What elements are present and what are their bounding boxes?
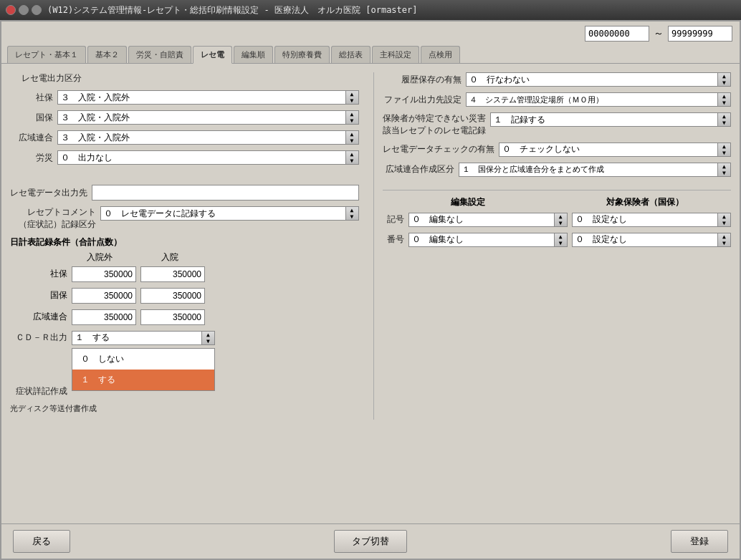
file-output-combo[interactable]: ▲ ▼ — [466, 92, 732, 107]
data-check-input[interactable] — [499, 143, 718, 156]
shaho-input[interactable] — [58, 91, 345, 104]
bango-target-spin-down[interactable]: ▼ — [718, 240, 730, 246]
cdr-spin-down[interactable]: ▼ — [202, 338, 214, 344]
tab-switch-button[interactable]: タブ切替 — [334, 530, 407, 553]
shaho-combo[interactable]: ▲ ▼ — [57, 90, 359, 105]
bango-edit-spinner[interactable]: ▲ ▼ — [554, 233, 567, 246]
tab-tokubetsu[interactable]: 特別療養費 — [274, 46, 330, 63]
register-button[interactable]: 登録 — [671, 530, 728, 553]
kouiki-spin-down[interactable]: ▼ — [346, 137, 358, 144]
bango-target-input[interactable] — [573, 233, 717, 246]
rousai-spinner[interactable]: ▲ ▼ — [345, 151, 358, 164]
bango-edit-spin-down[interactable]: ▼ — [555, 240, 567, 246]
shaho-spinner[interactable]: ▲ ▼ — [345, 91, 358, 104]
rece-comment-input[interactable] — [101, 207, 345, 220]
tab-receden[interactable]: レセ電 — [193, 46, 232, 64]
bango-target-spin-up[interactable]: ▲ — [718, 233, 730, 240]
cdr-output-combo[interactable]: ▲ ▼ — [72, 331, 215, 345]
kigo-target-spinner[interactable]: ▲ ▼ — [717, 213, 730, 226]
tab-kihon2[interactable]: 基本２ — [87, 46, 127, 63]
bango-target-combo[interactable]: ▲ ▼ — [572, 233, 731, 247]
tab-shukasettei[interactable]: 主科設定 — [372, 46, 419, 63]
maximize-button[interactable] — [32, 5, 42, 15]
receden-data-output-input[interactable] — [92, 185, 359, 201]
history-spinner[interactable]: ▲ ▼ — [717, 73, 730, 86]
cdr-dropdown[interactable]: ０ しない １ する — [72, 348, 215, 391]
kouiki-creation-spin-down[interactable]: ▼ — [718, 170, 730, 176]
kouiki-creation-spin-up[interactable]: ▲ — [718, 163, 730, 170]
shaho-spin-down[interactable]: ▼ — [346, 97, 358, 104]
rousai-spin-up[interactable]: ▲ — [346, 151, 358, 158]
kouiki-nyuinso-input[interactable] — [72, 309, 136, 325]
kigo-target-spin-down[interactable]: ▼ — [718, 220, 730, 226]
back-button[interactable]: 戻る — [13, 530, 70, 553]
bango-target-spinner[interactable]: ▲ ▼ — [717, 233, 730, 246]
history-combo[interactable]: ▲ ▼ — [466, 72, 732, 87]
bango-edit-input[interactable] — [409, 233, 554, 246]
window-controls[interactable] — [6, 5, 42, 15]
kigo-target-spin-up[interactable]: ▲ — [718, 213, 730, 220]
bango-edit-spin-up[interactable]: ▲ — [555, 233, 567, 240]
kigo-edit-combo[interactable]: ▲ ▼ — [408, 213, 568, 227]
cdr-spin-up[interactable]: ▲ — [202, 332, 214, 338]
tab-sougohyo[interactable]: 総括表 — [331, 46, 370, 63]
data-check-spinner[interactable]: ▲ ▼ — [717, 143, 730, 156]
file-output-spin-up[interactable]: ▲ — [718, 93, 730, 100]
rece-comment-combo[interactable]: ▲ ▼ — [100, 206, 359, 221]
tab-henshugun[interactable]: 編集順 — [234, 46, 273, 63]
kouiki-input[interactable] — [58, 131, 345, 144]
range-end-input[interactable] — [668, 26, 732, 42]
kouiki-creation-spinner[interactable]: ▲ ▼ — [717, 163, 730, 176]
insurance-disaster-spin-down[interactable]: ▼ — [718, 120, 730, 126]
kigo-edit-spin-up[interactable]: ▲ — [555, 213, 567, 220]
insurance-disaster-spin-up[interactable]: ▲ — [718, 113, 730, 120]
shaho-nyuinso-input[interactable] — [72, 266, 136, 282]
kokho-combo[interactable]: ▲ ▼ — [57, 110, 359, 125]
rousai-input[interactable] — [58, 151, 345, 164]
kokho-spin-down[interactable]: ▼ — [346, 117, 358, 124]
history-input[interactable] — [467, 73, 718, 86]
kouiki-creation-combo[interactable]: ▲ ▼ — [459, 163, 732, 177]
kouiki-combo[interactable]: ▲ ▼ — [57, 130, 359, 145]
bango-edit-combo[interactable]: ▲ ▼ — [408, 233, 568, 247]
kigo-edit-spin-down[interactable]: ▼ — [555, 220, 567, 226]
kokho-nyuin-input[interactable] — [140, 288, 205, 304]
shaho-spin-up[interactable]: ▲ — [346, 91, 358, 97]
shaho-nyuin-input[interactable] — [140, 266, 205, 282]
kigo-edit-spinner[interactable]: ▲ ▼ — [554, 213, 567, 226]
insurance-disaster-spinner[interactable]: ▲ ▼ — [717, 113, 730, 126]
tab-tenken[interactable]: 点検用 — [421, 46, 460, 63]
cdr-output-input[interactable] — [72, 332, 201, 344]
file-output-spinner[interactable]: ▲ ▼ — [717, 93, 730, 106]
dropdown-item-0[interactable]: ０ しない — [72, 349, 214, 370]
history-spin-up[interactable]: ▲ — [718, 73, 730, 79]
kokho-input[interactable] — [58, 111, 345, 124]
kouiki-spinner[interactable]: ▲ ▼ — [345, 131, 358, 144]
kouiki-nyuin-input[interactable] — [140, 309, 205, 325]
rousai-spin-down[interactable]: ▼ — [346, 158, 358, 164]
data-check-spin-down[interactable]: ▼ — [718, 150, 730, 156]
kouiki-spin-up[interactable]: ▲ — [346, 131, 358, 137]
rece-comment-spinner[interactable]: ▲ ▼ — [345, 207, 358, 220]
close-button[interactable] — [6, 5, 16, 15]
kokho-spin-up[interactable]: ▲ — [346, 111, 358, 117]
kigo-target-input[interactable] — [573, 213, 717, 226]
rece-comment-spin-up[interactable]: ▲ — [346, 207, 358, 213]
data-check-spin-up[interactable]: ▲ — [718, 143, 730, 150]
kokho-spinner[interactable]: ▲ ▼ — [345, 111, 358, 124]
file-output-spin-down[interactable]: ▼ — [718, 100, 730, 106]
kigo-edit-input[interactable] — [409, 213, 554, 226]
data-check-combo[interactable]: ▲ ▼ — [499, 143, 732, 157]
dropdown-item-1[interactable]: １ する — [72, 370, 214, 390]
kokho-nyuinso-input[interactable] — [72, 288, 136, 304]
file-output-input[interactable] — [467, 93, 718, 106]
range-start-input[interactable] — [585, 26, 649, 42]
insurance-disaster-combo[interactable]: ▲ ▼ — [490, 112, 732, 127]
tab-resept-kihon1[interactable]: レセプト・基本１ — [7, 46, 86, 63]
kouiki-creation-input[interactable] — [459, 163, 718, 176]
history-spin-down[interactable]: ▼ — [718, 79, 730, 86]
tab-rousai[interactable]: 労災・自賠責 — [128, 46, 191, 63]
kigo-target-combo[interactable]: ▲ ▼ — [572, 213, 731, 227]
insurance-disaster-input[interactable] — [491, 113, 718, 126]
cdr-output-spinner[interactable]: ▲ ▼ — [201, 332, 214, 344]
